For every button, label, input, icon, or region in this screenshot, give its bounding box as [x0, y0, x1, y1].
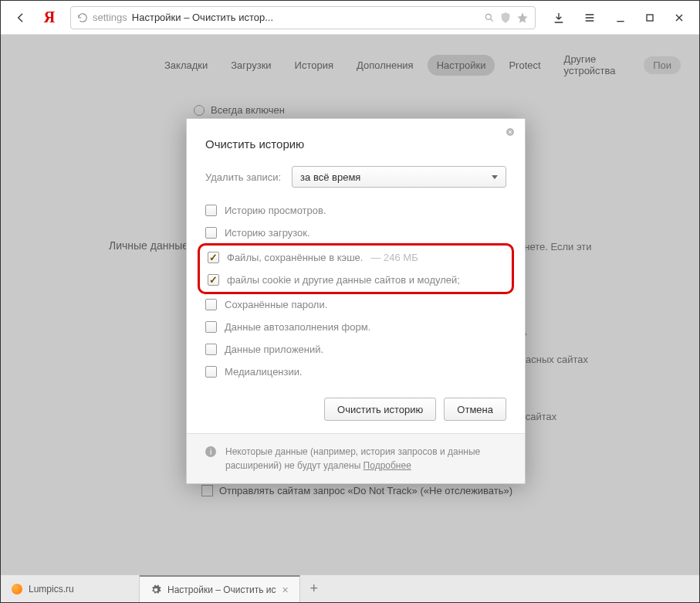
star-icon[interactable]	[516, 12, 529, 24]
back-button[interactable]	[7, 5, 35, 30]
period-select[interactable]: за всё время	[292, 166, 506, 188]
favicon-icon	[12, 584, 22, 595]
option-app-data[interactable]: Данные приложений.	[205, 344, 506, 355]
new-tab-button[interactable]: +	[300, 575, 328, 602]
search-icon[interactable]	[484, 12, 495, 23]
menu-button[interactable]	[576, 5, 604, 30]
dialog-title: Очистить историю	[205, 137, 506, 151]
tab-close-button[interactable]: ×	[282, 584, 288, 596]
tab-title: Lumpics.ru	[29, 584, 74, 595]
info-icon: i	[205, 446, 216, 457]
close-window-button[interactable]	[665, 5, 693, 30]
option-label: Сохранённые пароли.	[225, 299, 327, 310]
tab-title: Настройки – Очистить ис	[167, 584, 276, 595]
clear-button[interactable]: Очистить историю	[324, 398, 436, 421]
clear-history-dialog: Очистить историю Удалить записи: за всё …	[186, 118, 526, 484]
address-bar[interactable]: settings Настройки – Очистить истор...	[70, 6, 536, 29]
option-label: Историю просмотров.	[225, 205, 326, 216]
option-media-licenses[interactable]: Медиалицензии.	[205, 366, 506, 378]
option-label: Данные приложений.	[225, 344, 323, 355]
tab-bar: Lumpics.ru Настройки – Очистить ис × +	[1, 574, 699, 602]
clear-options-list: Историю просмотров. Историю загрузок. Фа…	[205, 205, 506, 378]
browser-toolbar: Я settings Настройки – Очистить истор...	[1, 1, 699, 35]
option-label: файлы cookie и другие данные сайтов и мо…	[227, 274, 460, 286]
maximize-button[interactable]	[636, 5, 664, 30]
option-label: Данные автозаполнения форм.	[225, 321, 370, 333]
option-label: Файлы, сохранённые в кэше.	[227, 252, 363, 263]
svg-point-0	[485, 14, 491, 19]
option-autofill[interactable]: Данные автозаполнения форм.	[205, 321, 506, 333]
option-label: Медиалицензии.	[225, 366, 303, 378]
checkbox-icon[interactable]	[205, 227, 217, 239]
checkbox-icon[interactable]	[205, 366, 217, 378]
yandex-logo-icon[interactable]: Я	[38, 8, 61, 26]
highlighted-options: Файлы, сохранённые в кэше. — 246 МБ файл…	[198, 243, 514, 294]
option-saved-passwords[interactable]: Сохранённые пароли.	[205, 299, 506, 310]
option-label: Историю загрузок.	[225, 227, 310, 239]
option-cookies[interactable]: файлы cookie и другие данные сайтов и мо…	[208, 274, 504, 286]
dialog-close-button[interactable]	[503, 125, 517, 139]
address-prefix: settings	[93, 12, 127, 23]
period-value: за всё время	[300, 171, 360, 183]
option-cached-files[interactable]: Файлы, сохранённые в кэше. — 246 МБ	[208, 252, 504, 263]
dialog-footer: i Некоторые данные (например, история за…	[187, 433, 525, 483]
gear-icon	[150, 584, 161, 595]
address-text: Настройки – Очистить истор...	[132, 12, 479, 23]
main-area: Закладки Загрузки История Дополнения Нас…	[1, 35, 699, 575]
period-label: Удалить записи:	[205, 171, 281, 183]
minimize-button[interactable]	[607, 5, 634, 30]
option-extra: — 246 МБ	[370, 252, 418, 263]
tab-settings[interactable]: Настройки – Очистить ис ×	[140, 575, 300, 602]
option-browsing-history[interactable]: Историю просмотров.	[205, 205, 506, 216]
svg-rect-1	[647, 15, 653, 21]
option-download-history[interactable]: Историю загрузок.	[205, 227, 506, 239]
downloads-button[interactable]	[545, 5, 573, 30]
footer-more-link[interactable]: Подробнее	[364, 460, 411, 471]
checkbox-icon[interactable]	[208, 252, 219, 263]
checkbox-icon[interactable]	[205, 299, 217, 310]
checkbox-icon[interactable]	[205, 344, 217, 355]
checkbox-icon[interactable]	[205, 205, 217, 216]
shield-icon[interactable]	[499, 12, 512, 24]
tab-lumpics[interactable]: Lumpics.ru	[1, 575, 140, 602]
footer-text: Некоторые данные (например, история запр…	[225, 446, 480, 471]
cancel-button[interactable]: Отмена	[444, 398, 506, 421]
checkbox-icon[interactable]	[208, 274, 219, 286]
reload-icon[interactable]	[77, 12, 88, 23]
checkbox-icon[interactable]	[205, 321, 217, 333]
